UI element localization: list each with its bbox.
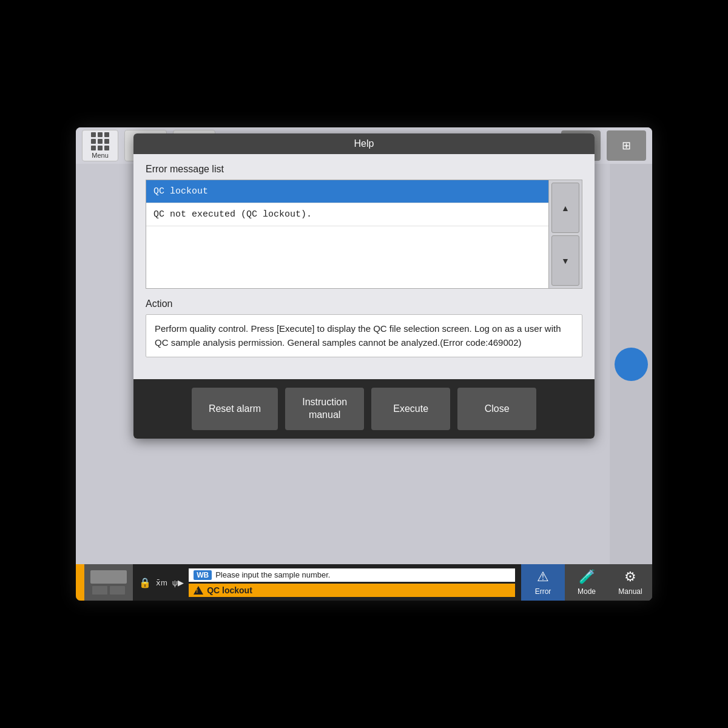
- manual-btn-label: Manual: [618, 587, 642, 596]
- reset-alarm-button[interactable]: Reset alarm: [192, 388, 278, 430]
- error-list-item-1[interactable]: QC not executed (QC lockout).: [146, 203, 548, 226]
- top-message: Please input the sample number.: [215, 570, 330, 579]
- status-msg-bottom: QC lockout: [189, 584, 515, 597]
- dialog-buttons: Reset alarm Instruction manual Execute C…: [133, 379, 595, 439]
- status-msg-top: WB Please input the sample number.: [189, 568, 515, 582]
- screen-container: Menu ▲ ⊞ Help Error message lis: [76, 127, 652, 601]
- scroll-up-icon: ▲: [561, 203, 570, 213]
- status-icon-a: [92, 586, 107, 595]
- dialog-title: Help: [354, 138, 374, 149]
- status-icon-b: [110, 586, 125, 595]
- bottom-message: QC lockout: [207, 585, 252, 595]
- status-right-buttons: ⚠ Error 🧪 Mode ⚙ Manual: [521, 564, 652, 601]
- execute-button[interactable]: Execute: [371, 388, 450, 430]
- status-icons-row: 🔒 x̄m ψ▶ WB Please input the sample numb…: [133, 566, 521, 599]
- error-list-container: QC lockout QC not executed (QC lockout).…: [146, 180, 582, 289]
- status-gray-inner: [90, 570, 127, 584]
- mode-button[interactable]: 🧪 Mode: [565, 564, 608, 601]
- dialog-body: Error message list QC lockout QC not exe…: [133, 154, 595, 379]
- status-messages: WB Please input the sample number. QC lo…: [189, 568, 515, 597]
- error-btn-label: Error: [535, 587, 551, 596]
- status-gray-icons: [92, 586, 125, 595]
- scroll-down-button[interactable]: ▼: [551, 235, 579, 286]
- dialog-overlay: Help Error message list QC lockout QC no…: [76, 127, 652, 564]
- scroll-down-icon: ▼: [561, 256, 570, 266]
- help-dialog: Help Error message list QC lockout QC no…: [133, 133, 595, 439]
- dialog-title-bar: Help: [133, 133, 595, 154]
- warning-icon: [194, 586, 203, 595]
- action-label: Action: [146, 298, 582, 309]
- error-button[interactable]: ⚠ Error: [521, 564, 565, 601]
- waveform-icon: ψ▶: [172, 578, 184, 587]
- error-list-item-0[interactable]: QC lockout: [146, 180, 548, 203]
- instruction-manual-button[interactable]: Instruction manual: [285, 388, 364, 430]
- wb-badge: WB: [194, 570, 212, 580]
- action-text: Perform quality control. Press [Execute]…: [146, 314, 582, 357]
- scroll-buttons: ▲ ▼: [549, 180, 582, 289]
- error-icon: ⚠: [537, 569, 549, 585]
- lock-icon: 🔒: [139, 577, 151, 588]
- error-list: QC lockout QC not executed (QC lockout).: [146, 180, 549, 289]
- status-orange-block: [76, 564, 84, 601]
- action-section: Action Perform quality control. Press [E…: [146, 298, 582, 357]
- xm-label: x̄m: [156, 578, 167, 587]
- status-gray-block: [84, 564, 133, 601]
- manual-icon: ⚙: [624, 569, 636, 585]
- mode-btn-label: Mode: [578, 587, 596, 596]
- close-button[interactable]: Close: [457, 388, 536, 430]
- mode-icon: 🧪: [579, 569, 595, 585]
- status-bar: 🔒 x̄m ψ▶ WB Please input the sample numb…: [76, 564, 652, 601]
- manual-button[interactable]: ⚙ Manual: [608, 564, 652, 601]
- error-section-label: Error message list: [146, 164, 582, 175]
- scroll-up-button[interactable]: ▲: [551, 183, 579, 233]
